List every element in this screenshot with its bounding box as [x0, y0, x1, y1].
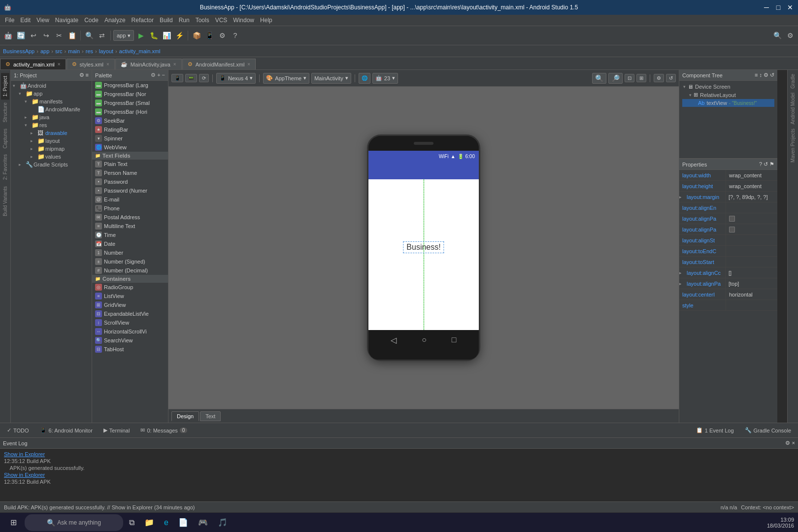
prop-value-lacc[interactable]: [] — [726, 270, 777, 276]
toolbar-copy[interactable]: 📋 — [66, 30, 78, 41]
prop-value-lap1[interactable] — [726, 216, 777, 222]
toolbar-redo[interactable]: ↪ — [40, 30, 52, 41]
nav-activity-main[interactable]: activity_main.xml — [119, 48, 161, 54]
menu-analyze[interactable]: Analyze — [101, 15, 129, 26]
palette-time[interactable]: 🕐 Time — [92, 231, 168, 239]
tree-android[interactable]: ▾ 🤖 Android — [11, 82, 92, 90]
prop-expand-acc[interactable]: ▸ — [679, 270, 682, 275]
ct-icon-1[interactable]: ≡ — [755, 72, 758, 78]
toolbar-undo[interactable]: ↩ — [28, 30, 39, 41]
start-button[interactable]: ⊞ — [4, 514, 23, 531]
tree-mipmap[interactable]: ▸ 📁 mipmap — [11, 145, 92, 153]
palette-number[interactable]: 1 Number — [92, 248, 168, 257]
palette-scrollview[interactable]: ↕ ScrollView — [92, 318, 168, 327]
tree-app[interactable]: ▾ 📁 app — [11, 90, 92, 98]
ct-icon-3[interactable]: ⚙ — [764, 72, 768, 78]
palette-person-name[interactable]: T Person Name — [92, 168, 168, 177]
palette-progressbar-large[interactable]: ▬ ProgressBar (Larg — [92, 81, 168, 90]
prop-expand-apt[interactable]: ▸ — [679, 281, 682, 286]
palette-email[interactable]: @ E-mail — [92, 195, 168, 204]
business-text-view[interactable]: Business! — [403, 241, 444, 253]
tree-values[interactable]: ▸ 📁 values — [11, 153, 92, 161]
prop-icon-help[interactable]: ? — [759, 161, 762, 167]
tab-android-monitor[interactable]: 📱 6: Android Monitor — [35, 424, 98, 437]
close-button[interactable]: ✕ — [786, 3, 794, 11]
log-link-1[interactable]: Show in Explorer — [4, 451, 45, 457]
refresh-btn[interactable]: ↺ — [666, 74, 676, 82]
menu-view[interactable]: View — [33, 15, 52, 26]
ct-icon-2[interactable]: ↕ — [760, 72, 763, 78]
zoom-out-btn[interactable]: 🔎 — [608, 73, 623, 84]
bottom-close-icon[interactable]: × — [792, 440, 795, 446]
palette-number-decimal[interactable]: # Number (Decimal) — [92, 266, 168, 275]
palette-phone[interactable]: 📞 Phone — [92, 204, 168, 213]
toolbar-cut[interactable]: ✂ — [53, 30, 65, 41]
prop-expand-margin[interactable]: ▸ — [679, 195, 682, 200]
nav-recent-btn[interactable]: □ — [452, 335, 457, 344]
toolbar-run[interactable]: ▶ — [135, 30, 147, 41]
menu-code[interactable]: Code — [81, 15, 101, 26]
project-settings-icon[interactable]: ⚙ — [79, 72, 84, 78]
palette-listview[interactable]: ≡ ListView — [92, 292, 168, 300]
toolbar-sync[interactable]: 🔄 — [15, 30, 27, 41]
palette-gridview[interactable]: ⊞ GridView — [92, 300, 168, 309]
tab-mainactivity[interactable]: ☕ MainActivity.java × — [115, 59, 182, 69]
menu-file[interactable]: File — [2, 15, 17, 26]
tree-layout[interactable]: ▸ 📁 layout — [11, 137, 92, 145]
nav-businessapp[interactable]: BusinessApp — [3, 48, 34, 54]
palette-section-containers[interactable]: 📁 Containers — [92, 275, 168, 283]
nav-back-btn[interactable]: ◁ — [391, 335, 397, 345]
vtab-maven[interactable]: Maven Projects — [789, 127, 797, 165]
design-toolbar-tablet-icon[interactable]: 📟 — [185, 74, 197, 82]
nav-res[interactable]: res — [86, 48, 93, 54]
menu-build[interactable]: Build — [157, 15, 176, 26]
nav-app[interactable]: app — [40, 48, 49, 54]
tab-close-2[interactable]: × — [106, 62, 109, 67]
palette-progressbar-horiz[interactable]: ▬ ProgressBar (Hori — [92, 107, 168, 116]
palette-tabhost[interactable]: ⊟ TabHost — [92, 345, 168, 354]
device-dropdown[interactable]: 📱 Nexus 4 ▾ — [216, 73, 256, 84]
palette-section-textfields[interactable]: 📁 Text Fields — [92, 152, 168, 160]
render-settings-btn[interactable]: ⚙ — [654, 74, 664, 82]
toolbar-profile[interactable]: ⚡ — [173, 30, 185, 41]
prop-icon-filter[interactable]: ⚑ — [769, 161, 774, 167]
tab-todo[interactable]: ✓ TODO — [2, 424, 34, 437]
toolbar-settings[interactable]: ⚙ — [216, 30, 228, 41]
prop-checkbox-1[interactable] — [729, 216, 735, 222]
menu-edit[interactable]: Edit — [17, 15, 33, 26]
toolbar-search[interactable]: 🔍 — [771, 30, 783, 41]
vtab-android-model[interactable]: Android Model — [789, 91, 797, 126]
palette-hscrollview[interactable]: ↔ HorizontalScrollVi — [92, 327, 168, 336]
taskbar-edge[interactable]: e — [160, 514, 172, 531]
palette-ratingbar[interactable]: ★ RatingBar — [92, 125, 168, 134]
toolbar-debug[interactable]: 🐛 — [148, 30, 160, 41]
design-toolbar-orient[interactable]: ⟳ — [199, 74, 209, 82]
palette-radiogroup[interactable]: ◎ RadioGroup — [92, 283, 168, 292]
zoom-in-btn[interactable]: 🔍 — [592, 73, 606, 84]
prop-checkbox-2[interactable] — [729, 227, 735, 233]
palette-password[interactable]: • Password — [92, 177, 168, 186]
menu-vcs[interactable]: VCS — [212, 15, 231, 26]
nav-home-btn[interactable]: ○ — [422, 335, 427, 344]
taskbar-misc1[interactable]: 📄 — [174, 514, 192, 531]
activity-dropdown[interactable]: MainActivity ▾ — [311, 73, 351, 84]
locale-dropdown[interactable]: 🌐 — [359, 73, 370, 84]
toolbar-find[interactable]: 🔍 — [83, 30, 95, 41]
menu-tools[interactable]: Tools — [193, 15, 212, 26]
design-toolbar-phone-icon[interactable]: 📱 — [171, 74, 183, 82]
theme-dropdown[interactable]: 🎨 AppTheme ▾ — [263, 73, 309, 84]
nav-layout[interactable]: layout — [99, 48, 113, 54]
project-expand-icon[interactable]: ≡ — [86, 72, 89, 78]
tab-close-1[interactable]: × — [58, 62, 61, 67]
tab-design[interactable]: Design — [171, 411, 199, 421]
palette-password-number[interactable]: • Password (Numer — [92, 186, 168, 195]
prop-value-lap2[interactable] — [726, 227, 777, 233]
tab-close-3[interactable]: × — [173, 62, 176, 67]
minimize-button[interactable]: ─ — [763, 3, 770, 11]
toolbar-avd[interactable]: 📱 — [203, 30, 215, 41]
tab-close-4[interactable]: × — [247, 62, 250, 67]
menu-window[interactable]: Window — [230, 15, 257, 26]
taskbar-task-view[interactable]: ⧉ — [125, 514, 138, 531]
zoom-fit-btn[interactable]: ⊡ — [625, 74, 634, 82]
palette-icon-1[interactable]: ⚙ — [151, 72, 156, 78]
